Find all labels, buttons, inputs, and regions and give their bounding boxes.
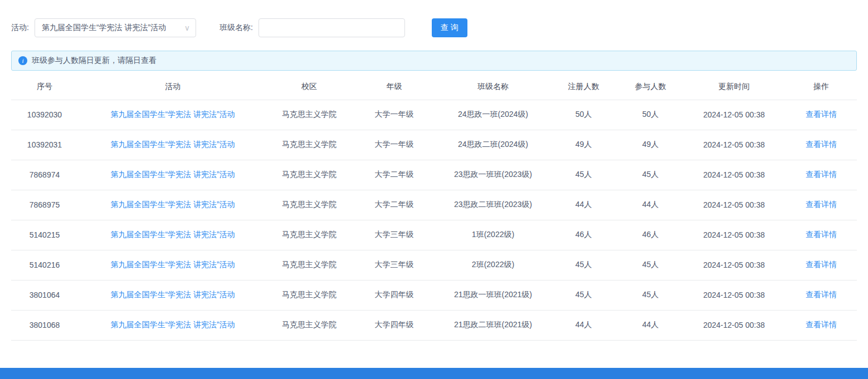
cell-participants: 45人 [618, 250, 682, 280]
cell-registered: 44人 [549, 190, 618, 220]
activity-link[interactable]: 第九届全国学生“学宪法 讲宪法”活动 [110, 170, 235, 179]
cell-class_name: 23思政一班班(2023级) [437, 160, 549, 190]
cell-campus: 马克思主义学院 [267, 220, 351, 250]
cell-updated: 2024-12-05 00:38 [682, 190, 786, 220]
cell-seq: 10392031 [11, 130, 78, 160]
cell-action: 查看详情 [786, 280, 857, 310]
cell-registered: 50人 [549, 100, 618, 130]
cell-action: 查看详情 [786, 130, 857, 160]
class-name-filter-label: 班级名称: [220, 23, 253, 33]
cell-action: 查看详情 [786, 160, 857, 190]
cell-grade: 大学三年级 [351, 250, 437, 280]
view-details-link[interactable]: 查看详情 [806, 230, 837, 239]
view-details-link[interactable]: 查看详情 [806, 140, 837, 149]
view-details-link[interactable]: 查看详情 [806, 320, 837, 329]
activity-link[interactable]: 第九届全国学生“学宪法 讲宪法”活动 [110, 290, 235, 299]
table-row: 3801068第九届全国学生“学宪法 讲宪法”活动马克思主义学院大学四年级21思… [11, 310, 857, 340]
column-header-campus: 校区 [267, 74, 351, 100]
cell-class_name: 24思政二班(2024级) [437, 130, 549, 160]
cell-campus: 马克思主义学院 [267, 190, 351, 220]
activity-link[interactable]: 第九届全国学生“学宪法 讲宪法”活动 [110, 140, 235, 149]
cell-registered: 44人 [549, 310, 618, 340]
cell-seq: 3801064 [11, 280, 78, 310]
view-details-link[interactable]: 查看详情 [806, 170, 837, 179]
chevron-down-icon: ∨ [184, 24, 190, 32]
query-button[interactable]: 查 询 [432, 18, 467, 37]
cell-grade: 大学二年级 [351, 160, 437, 190]
column-header-action: 操作 [786, 74, 857, 100]
cell-class_name: 24思政一班(2024级) [437, 100, 549, 130]
activity-filter-label: 活动: [11, 23, 29, 33]
cell-seq: 7868975 [11, 190, 78, 220]
cell-activity: 第九届全国学生“学宪法 讲宪法”活动 [78, 190, 267, 220]
cell-registered: 49人 [549, 130, 618, 160]
column-header-registered: 注册人数 [549, 74, 618, 100]
cell-participants: 44人 [618, 190, 682, 220]
cell-updated: 2024-12-05 00:38 [682, 250, 786, 280]
cell-updated: 2024-12-05 00:38 [682, 310, 786, 340]
activity-link[interactable]: 第九届全国学生“学宪法 讲宪法”活动 [110, 230, 235, 239]
cell-action: 查看详情 [786, 310, 857, 340]
cell-class_name: 21思政二班班(2021级) [437, 310, 549, 340]
activity-link[interactable]: 第九届全国学生“学宪法 讲宪法”活动 [110, 260, 235, 269]
table-header-row: 序号活动校区年级班级名称注册人数参与人数更新时间操作 [11, 74, 857, 100]
activity-link[interactable]: 第九届全国学生“学宪法 讲宪法”活动 [110, 320, 235, 329]
cell-participants: 45人 [618, 160, 682, 190]
cell-action: 查看详情 [786, 220, 857, 250]
cell-participants: 44人 [618, 310, 682, 340]
cell-seq: 5140215 [11, 220, 78, 250]
info-icon: i [18, 56, 27, 65]
cell-activity: 第九届全国学生“学宪法 讲宪法”活动 [78, 220, 267, 250]
cell-updated: 2024-12-05 00:38 [682, 160, 786, 190]
table-row: 3801064第九届全国学生“学宪法 讲宪法”活动马克思主义学院大学四年级21思… [11, 280, 857, 310]
cell-grade: 大学三年级 [351, 220, 437, 250]
table-row: 5140215第九届全国学生“学宪法 讲宪法”活动马克思主义学院大学三年级1班(… [11, 220, 857, 250]
column-header-participants: 参与人数 [618, 74, 682, 100]
cell-seq: 7868974 [11, 160, 78, 190]
cell-activity: 第九届全国学生“学宪法 讲宪法”活动 [78, 100, 267, 130]
activity-link[interactable]: 第九届全国学生“学宪法 讲宪法”活动 [110, 110, 235, 119]
cell-updated: 2024-12-05 00:38 [682, 220, 786, 250]
cell-seq: 5140216 [11, 250, 78, 280]
view-details-link[interactable]: 查看详情 [806, 110, 837, 119]
cell-class_name: 2班(2022级) [437, 250, 549, 280]
column-header-activity: 活动 [78, 74, 267, 100]
class-name-input[interactable] [259, 18, 405, 37]
cell-registered: 45人 [549, 280, 618, 310]
view-details-link[interactable]: 查看详情 [806, 290, 837, 299]
cell-registered: 45人 [549, 160, 618, 190]
cell-campus: 马克思主义学院 [267, 160, 351, 190]
cell-registered: 45人 [549, 250, 618, 280]
view-details-link[interactable]: 查看详情 [806, 200, 837, 209]
column-header-grade: 年级 [351, 74, 437, 100]
column-header-seq: 序号 [11, 74, 78, 100]
activity-link[interactable]: 第九届全国学生“学宪法 讲宪法”活动 [110, 200, 235, 209]
info-banner: i 班级参与人数隔日更新，请隔日查看 [11, 51, 857, 71]
cell-grade: 大学四年级 [351, 310, 437, 340]
view-details-link[interactable]: 查看详情 [806, 260, 837, 269]
cell-grade: 大学四年级 [351, 280, 437, 310]
table-body: 10392030第九届全国学生“学宪法 讲宪法”活动马克思主义学院大学一年级24… [11, 100, 857, 340]
cell-seq: 10392030 [11, 100, 78, 130]
table-row: 5140216第九届全国学生“学宪法 讲宪法”活动马克思主义学院大学三年级2班(… [11, 250, 857, 280]
cell-activity: 第九届全国学生“学宪法 讲宪法”活动 [78, 250, 267, 280]
cell-campus: 马克思主义学院 [267, 250, 351, 280]
cell-updated: 2024-12-05 00:38 [682, 130, 786, 160]
cell-class_name: 1班(2022级) [437, 220, 549, 250]
cell-campus: 马克思主义学院 [267, 100, 351, 130]
cell-campus: 马克思主义学院 [267, 310, 351, 340]
cell-grade: 大学一年级 [351, 100, 437, 130]
cell-class_name: 23思政二班班(2023级) [437, 190, 549, 220]
activity-select[interactable]: 第九届全国学生“学宪法 讲宪法”活动 ∨ [35, 18, 196, 37]
cell-grade: 大学二年级 [351, 190, 437, 220]
class-table-wrap: 序号活动校区年级班级名称注册人数参与人数更新时间操作 10392030第九届全国… [11, 74, 857, 341]
info-banner-text: 班级参与人数隔日更新，请隔日查看 [32, 56, 157, 66]
table-row: 10392030第九届全国学生“学宪法 讲宪法”活动马克思主义学院大学一年级24… [11, 100, 857, 130]
cell-campus: 马克思主义学院 [267, 130, 351, 160]
table-row: 7868975第九届全国学生“学宪法 讲宪法”活动马克思主义学院大学二年级23思… [11, 190, 857, 220]
cell-registered: 46人 [549, 220, 618, 250]
cell-participants: 50人 [618, 100, 682, 130]
cell-updated: 2024-12-05 00:38 [682, 100, 786, 130]
cell-updated: 2024-12-05 00:38 [682, 280, 786, 310]
activity-select-value: 第九届全国学生“学宪法 讲宪法”活动 [42, 23, 166, 33]
